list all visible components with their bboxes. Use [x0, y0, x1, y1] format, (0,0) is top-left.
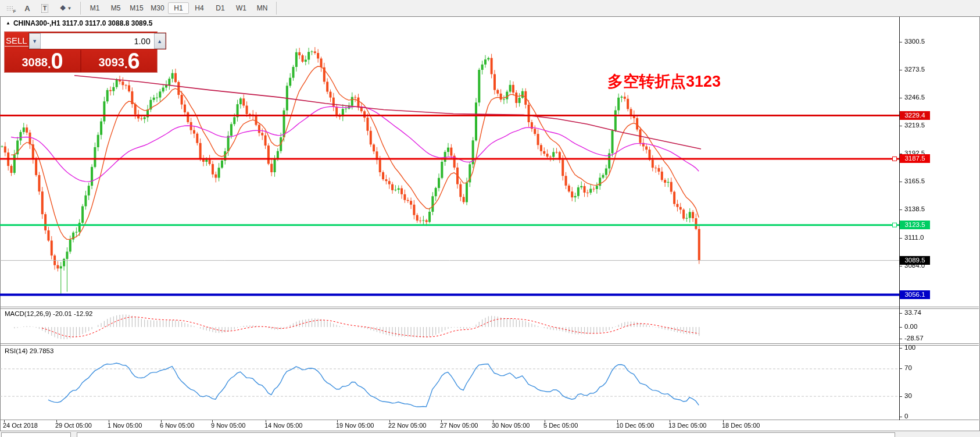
buy-button[interactable]: BUY	[166, 32, 187, 50]
current-price-badge: 3089.5	[900, 256, 930, 265]
time-tick-label: 5 Dec 05:00	[543, 422, 578, 429]
rsi-tick-label: 0	[904, 413, 908, 420]
price-line-badge: 3229.4	[900, 111, 930, 120]
price-tick-label: 3219.5	[904, 122, 925, 129]
chart-title: ▲CHINA300-,H1 3117.0 3117.0 3088.8 3089.…	[6, 19, 152, 27]
time-tick-label: 22 Nov 05:00	[388, 422, 426, 429]
rsi-tick-label: 70	[904, 364, 912, 371]
panel-separator[interactable]	[1, 307, 979, 307]
time-tick-mark	[4, 420, 5, 422]
time-tick-label: 27 Nov 05:00	[440, 422, 478, 429]
mt4-terminal: { "toolbar": { "icon_f": "F", "icon_a": …	[0, 0, 980, 437]
time-tick-mark	[212, 420, 213, 422]
panel-separator	[1, 308, 979, 309]
price-tick-label: 3273.5	[904, 66, 925, 73]
time-tick-mark	[617, 420, 618, 422]
price-tick-label: 3165.5	[904, 177, 925, 184]
time-tick-label: 29 Oct 05:00	[55, 422, 92, 429]
price-line-badge: 3187.5	[900, 154, 930, 163]
time-tick-mark	[56, 420, 57, 422]
time-tick-label: 30 Nov 05:00	[492, 422, 530, 429]
price-line-badge: 3123.5	[900, 221, 930, 229]
time-tick-mark	[161, 420, 162, 422]
price-tick-label: 3138.5	[904, 205, 925, 212]
time-tick-label: 19 Nov 05:00	[336, 422, 374, 429]
volume-increase-button[interactable]: ▲	[154, 33, 166, 49]
time-tick-label: 1 Nov 05:00	[108, 422, 142, 429]
one-click-trading-panel: SELL ▼ ▲ BUY 3088.0 3093.6	[5, 32, 157, 72]
rsi-tick-label: 30	[904, 392, 912, 399]
sell-price[interactable]: 3088.0	[5, 50, 80, 72]
panel-separator	[1, 345, 979, 346]
time-tick-label: 13 Dec 05:00	[668, 422, 706, 429]
macd-tick-label: 0.00	[904, 323, 917, 330]
time-tick-label: 14 Nov 05:00	[264, 422, 302, 429]
time-tick-mark	[337, 420, 338, 422]
rsi-indicator-label: RSI(14) 29.7853	[5, 347, 53, 354]
time-tick-mark	[493, 420, 493, 422]
price-line-badge: 3056.1	[900, 290, 930, 299]
panel-separator[interactable]	[1, 343, 979, 344]
collapse-arrow-icon[interactable]: ▲	[6, 20, 10, 26]
macd-indicator-label: MACD(12,26,9) -20.01 -12.92	[5, 310, 93, 317]
price-tick-label: 3246.5	[904, 94, 925, 101]
time-tick-mark	[545, 420, 545, 422]
price-tick-label: 3111.0	[904, 234, 924, 241]
time-tick-mark	[109, 420, 109, 422]
rsi-tick-label: 100	[904, 344, 915, 351]
time-tick-mark	[266, 420, 266, 422]
time-tick-label: 10 Dec 05:00	[616, 422, 654, 429]
chart-annotation-text[interactable]: 多空转折点3123	[607, 71, 721, 92]
volume-input[interactable]	[41, 33, 154, 49]
volume-decrease-button[interactable]: ▼	[29, 33, 41, 49]
buy-price[interactable]: 3093.6	[81, 50, 157, 72]
time-tick-label: 24 Oct 2018	[3, 422, 38, 429]
sell-button[interactable]: SELL	[5, 32, 28, 50]
price-axis-line	[899, 17, 900, 420]
time-tick-mark	[441, 420, 442, 422]
macd-tick-label: -28.57	[904, 335, 924, 342]
bottom-tab-strip	[0, 431, 980, 437]
panel-separator	[1, 420, 979, 420]
time-tick-label: 18 Dec 05:00	[722, 422, 760, 429]
time-tick-label: 9 Nov 05:00	[211, 422, 245, 429]
time-tick-mark	[670, 420, 670, 422]
time-tick-mark	[723, 420, 724, 422]
macd-tick-label: 33.74	[904, 309, 921, 316]
price-tick-label: 3300.5	[904, 38, 925, 45]
time-tick-label: 6 Nov 05:00	[160, 422, 194, 429]
chart-tab[interactable]	[1, 432, 71, 437]
time-tick-mark	[389, 420, 390, 422]
horizontal-scrollbar[interactable]	[77, 432, 895, 437]
volume-box: ▼ ▲	[28, 33, 166, 49]
